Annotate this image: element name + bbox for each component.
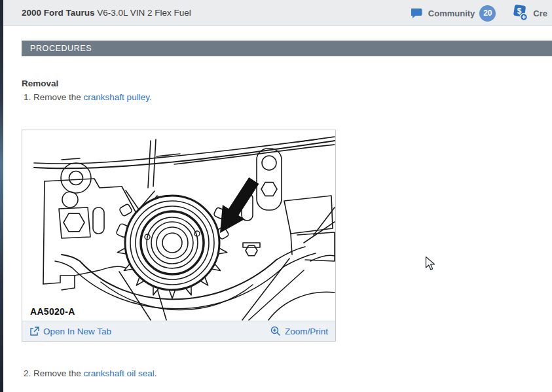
- vehicle-title-rest: V6-3.0L VIN 2 Flex Fuel: [95, 8, 191, 18]
- zoom-print-link[interactable]: Zoom/Print: [270, 326, 328, 336]
- left-edge-panel: [0, 0, 3, 392]
- figure-toolbar: Open In New Tab Zoom/Print: [22, 321, 335, 341]
- credits-label: Cre: [533, 9, 547, 18]
- mouse-cursor: [425, 256, 437, 274]
- open-in-new-tab-icon: [29, 327, 39, 336]
- procedure-step-1: 1. Remove the crankshaft pulley.: [24, 92, 152, 102]
- community-button[interactable]: Community 20: [411, 5, 496, 22]
- open-in-new-tab-label: Open In New Tab: [43, 327, 111, 336]
- procedure-step-2: 2. Remove the crankshaft oil seal.: [24, 368, 156, 378]
- step-text: Remove the: [33, 92, 81, 102]
- zoom-print-label: Zoom/Print: [285, 327, 328, 336]
- credits-button[interactable]: $ Cre: [513, 5, 552, 22]
- community-count-badge: 20: [479, 5, 496, 22]
- vehicle-title: 2000 Ford Taurus V6-3.0L VIN 2 Flex Fuel: [3, 8, 191, 18]
- community-label: Community: [428, 9, 475, 18]
- header-actions: Community 20 $ Cre: [411, 0, 552, 26]
- crankshaft-pulley-link[interactable]: crankshaft pulley.: [84, 92, 152, 102]
- step-number: 2.: [24, 368, 31, 378]
- removal-heading: Removal: [22, 79, 58, 88]
- step-number: 1.: [24, 92, 31, 102]
- crankshaft-pulley-diagram: AA5020-A: [22, 130, 335, 321]
- step-text: Remove the: [33, 368, 81, 378]
- step-suffix: .: [155, 368, 157, 378]
- dollar-tag-icon: $: [513, 5, 528, 22]
- zoom-plus-icon: [270, 326, 281, 336]
- open-in-new-tab-link[interactable]: Open In New Tab: [29, 327, 111, 336]
- crankshaft-oil-seal-link[interactable]: crankshaft oil seal: [84, 368, 155, 378]
- figure-card: AA5020-A Open In New Tab Zoom/Print: [22, 130, 336, 342]
- figure-id-label: AA5020-A: [30, 306, 75, 317]
- vehicle-title-bold: 2000 Ford Taurus: [22, 8, 95, 18]
- chat-bubble-icon: [411, 8, 424, 19]
- app-header: 2000 Ford Taurus V6-3.0L VIN 2 Flex Fuel…: [3, 0, 552, 26]
- procedures-section-header[interactable]: PROCEDURES: [22, 41, 552, 56]
